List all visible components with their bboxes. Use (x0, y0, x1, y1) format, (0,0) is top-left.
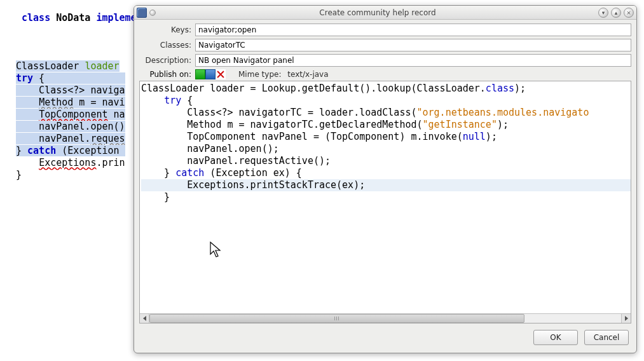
classes-input[interactable] (195, 39, 631, 51)
mime-type-value: text/x-java (287, 70, 328, 79)
code-preview: ClassLoader loader = Lookup.getDefault()… (139, 81, 631, 324)
bg-line: Method m = navi (16, 97, 125, 108)
publish-label: Publish on: (138, 70, 195, 79)
keys-label: Keys: (138, 25, 195, 34)
scroll-thumb[interactable] (149, 314, 524, 323)
form: Keys: Classes: Description: Publish on: … (134, 20, 636, 81)
minimize-button[interactable]: ▾ (598, 8, 608, 18)
horizontal-scrollbar[interactable] (140, 313, 631, 323)
flag-blue-icon[interactable] (205, 69, 216, 79)
bg-line: navPanel.reques (16, 133, 125, 144)
bg-line: ClassLoader loader (16, 60, 120, 72)
flag-delete-icon[interactable] (216, 69, 226, 79)
window-title: Create community help record (160, 8, 596, 17)
bg-line: Exceptions.prin (16, 157, 125, 168)
cancel-button[interactable]: Cancel (584, 330, 629, 345)
bg-line: } (16, 169, 22, 180)
bg-line: } catch (Exception (16, 145, 125, 156)
bg-line: Class<?> naviga (16, 85, 125, 96)
ok-button[interactable]: OK (533, 330, 578, 345)
titlebar[interactable]: Create community help record ▾ ▴ × (134, 6, 636, 20)
window-menu-icon[interactable] (149, 10, 156, 16)
description-label: Description: (138, 56, 195, 65)
mime-type: Mime type: text/x-java (238, 70, 329, 79)
bg-line: try { (16, 72, 125, 84)
maximize-button[interactable]: ▴ (611, 8, 621, 18)
mime-type-label: Mime type: (238, 70, 281, 79)
bg-line: navPanel.open() (16, 121, 125, 132)
classes-label: Classes: (138, 41, 195, 50)
scroll-left-button[interactable] (140, 314, 149, 323)
dialog-create-help-record: Create community help record ▾ ▴ × Keys:… (134, 5, 637, 353)
keys-input[interactable] (195, 24, 631, 36)
description-input[interactable] (195, 54, 631, 67)
bg-line: TopComponent na (16, 109, 125, 120)
scroll-right-button[interactable] (621, 314, 631, 323)
app-icon (137, 8, 147, 18)
dialog-buttons: OK Cancel (134, 324, 636, 353)
code-body[interactable]: ClassLoader loader = Lookup.getDefault()… (140, 81, 631, 313)
flag-green-icon[interactable] (195, 69, 205, 79)
publish-flags (195, 69, 226, 79)
scroll-track[interactable] (149, 314, 621, 323)
close-button[interactable]: × (624, 8, 634, 18)
